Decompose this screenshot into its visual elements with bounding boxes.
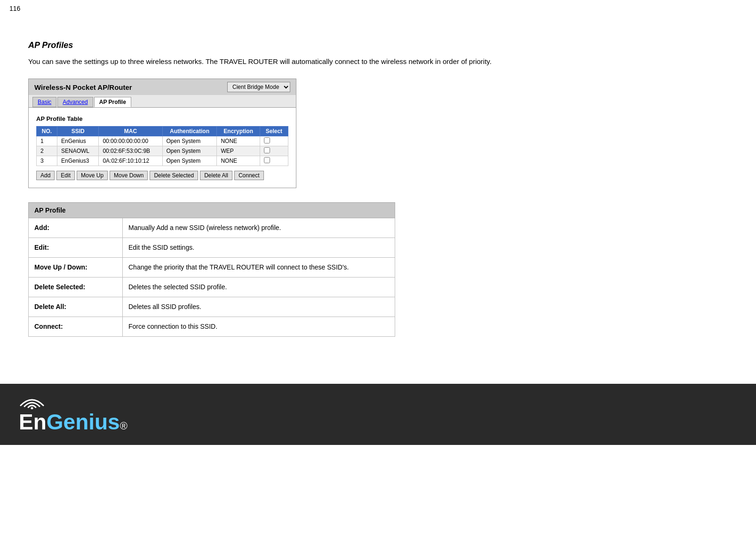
cell-auth: Open System <box>162 146 217 156</box>
delete-all-button[interactable]: Delete All <box>200 171 232 180</box>
router-tabs: Basic Advanced AP Profile <box>29 95 296 108</box>
section-title: AP Profiles <box>28 40 728 50</box>
col-select: Select <box>260 127 288 136</box>
select-checkbox[interactable] <box>264 157 270 163</box>
desc-row-add: Add: Manually Add a new SSID (wireless n… <box>29 218 395 238</box>
desc-edit: Edit the SSID settings. <box>123 238 395 258</box>
desc-moveupdown: Change the priority that the TRAVEL ROUT… <box>123 258 395 277</box>
tab-ap-profile[interactable]: AP Profile <box>94 97 131 107</box>
intro-text: You can save the settings up to three wi… <box>28 56 546 67</box>
term-edit: Edit: <box>29 238 123 258</box>
term-delete-selected: Delete Selected: <box>29 277 123 297</box>
table-row: 2 SENAOWL 00:02:6F:53:0C:9B Open System … <box>37 146 288 156</box>
delete-selected-button[interactable]: Delete Selected <box>150 171 198 180</box>
router-buttons: Add Edit Move Up Move Down Delete Select… <box>36 171 288 180</box>
logo-text-container: EnGenius® <box>19 409 127 435</box>
desc-add: Manually Add a new SSID (wireless networ… <box>123 218 395 238</box>
logo-en: En <box>19 409 47 435</box>
desc-delete-selected: Deletes the selected SSID profile. <box>123 277 395 297</box>
router-body: AP Profile Table NO. SSID MAC Authentica… <box>29 108 296 188</box>
add-button[interactable]: Add <box>36 171 55 180</box>
cell-enc: NONE <box>217 136 260 146</box>
cell-ssid: SENAOWL <box>57 146 99 156</box>
desc-connect: Force connection to this SSID. <box>123 317 395 337</box>
term-add: Add: <box>29 218 123 238</box>
wifi-icon <box>19 394 45 409</box>
desc-row-delete-selected: Delete Selected: Deletes the selected SS… <box>29 277 395 297</box>
engenius-logo: EnGenius® <box>19 394 127 435</box>
cell-auth: Open System <box>162 136 217 146</box>
page-number: 116 <box>0 0 756 17</box>
select-checkbox[interactable] <box>264 137 270 143</box>
move-up-button[interactable]: Move Up <box>77 171 108 180</box>
tab-basic[interactable]: Basic <box>32 97 56 107</box>
cell-ssid: EnGenius <box>57 136 99 146</box>
desc-row-connect: Connect: Force connection to this SSID. <box>29 317 395 337</box>
cell-select[interactable] <box>260 146 288 156</box>
desc-delete-all: Deletes all SSID profiles. <box>123 297 395 317</box>
connect-button[interactable]: Connect <box>234 171 264 180</box>
mode-select[interactable]: Cient Bridge Mode <box>227 82 290 92</box>
cell-mac: 00:02:6F:53:0C:9B <box>99 146 162 156</box>
main-content: AP Profiles You can save the settings up… <box>0 17 756 356</box>
term-moveupdown: Move Up / Down: <box>29 258 123 277</box>
router-ui: Wireless-N Pocket AP/Router Cient Bridge… <box>28 79 296 188</box>
tab-advanced[interactable]: Advanced <box>57 97 93 107</box>
col-mac: MAC <box>99 127 162 136</box>
ap-profile-table-title: AP Profile Table <box>36 115 288 122</box>
footer: EnGenius® <box>0 384 756 445</box>
desc-row-moveupdown: Move Up / Down: Change the priority that… <box>29 258 395 277</box>
router-header-title: Wireless-N Pocket AP/Router <box>34 83 132 91</box>
logo-genius: Genius <box>47 409 120 435</box>
cell-no: 1 <box>37 136 57 146</box>
ap-profile-desc-table: AP Profile Add: Manually Add a new SSID … <box>28 202 395 337</box>
cell-mac: 0A:02:6F:10:10:12 <box>99 156 162 166</box>
desc-row-delete-all: Delete All: Deletes all SSID profiles. <box>29 297 395 317</box>
col-enc: Encryption <box>217 127 260 136</box>
cell-select[interactable] <box>260 136 288 146</box>
cell-enc: WEP <box>217 146 260 156</box>
move-down-button[interactable]: Move Down <box>110 171 148 180</box>
col-ssid: SSID <box>57 127 99 136</box>
router-header: Wireless-N Pocket AP/Router Cient Bridge… <box>29 79 296 95</box>
table-row: 3 EnGenius3 0A:02:6F:10:10:12 Open Syste… <box>37 156 288 166</box>
cell-enc: NONE <box>217 156 260 166</box>
cell-ssid: EnGenius3 <box>57 156 99 166</box>
table-row: 1 EnGenius 00:00:00:00:00:00 Open System… <box>37 136 288 146</box>
cell-select[interactable] <box>260 156 288 166</box>
select-checkbox[interactable] <box>264 147 270 153</box>
term-connect: Connect: <box>29 317 123 337</box>
cell-mac: 00:00:00:00:00:00 <box>99 136 162 146</box>
desc-row-edit: Edit: Edit the SSID settings. <box>29 238 395 258</box>
edit-button[interactable]: Edit <box>56 171 75 180</box>
cell-no: 2 <box>37 146 57 156</box>
term-delete-all: Delete All: <box>29 297 123 317</box>
cell-no: 3 <box>37 156 57 166</box>
logo-reg: ® <box>120 420 127 432</box>
col-auth: Authentication <box>162 127 217 136</box>
ap-profile-table: NO. SSID MAC Authentication Encryption S… <box>36 126 288 166</box>
desc-table-header: AP Profile <box>29 203 395 218</box>
col-no: NO. <box>37 127 57 136</box>
cell-auth: Open System <box>162 156 217 166</box>
